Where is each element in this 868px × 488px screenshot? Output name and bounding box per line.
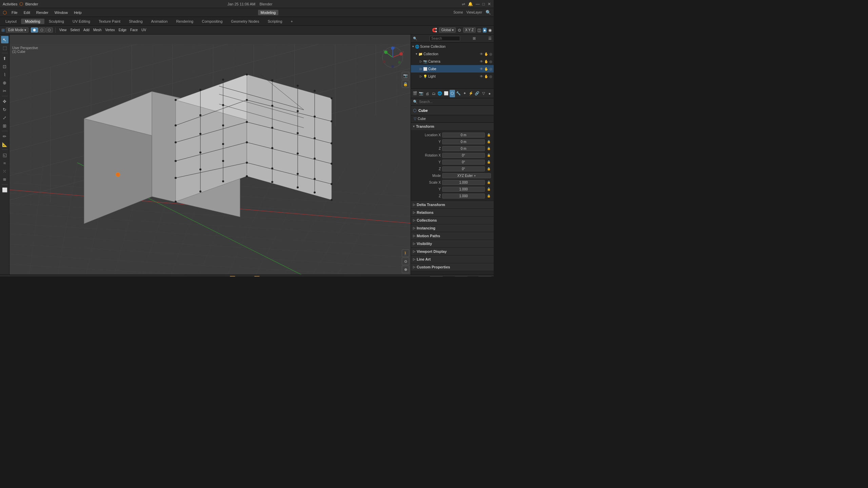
delta-transform-header[interactable]: ▷ Delta Transform: [411, 201, 494, 208]
tool-transform[interactable]: ⊞: [1, 122, 8, 129]
maximize-btn[interactable]: □: [482, 2, 485, 6]
prop-icon-particles[interactable]: ✦: [462, 90, 468, 97]
rotation-y-field[interactable]: 0°: [442, 160, 485, 165]
scale-x-field[interactable]: 1.000: [442, 180, 485, 185]
outliner-item-scene-collection[interactable]: ▾ 🌐 Scene Collection: [411, 43, 494, 50]
visibility-header[interactable]: ▷ Visibility: [411, 240, 494, 247]
location-y-field[interactable]: 0 m: [442, 139, 485, 144]
add-workspace-btn[interactable]: +: [287, 19, 297, 24]
tab-modeling[interactable]: Modeling: [21, 19, 44, 24]
overlay-btn[interactable]: X Y Z: [463, 27, 476, 33]
playback-start-btn[interactable]: ⏮: [223, 276, 228, 277]
view-menu[interactable]: View: [58, 28, 68, 32]
vertex-menu[interactable]: Vertex: [104, 28, 116, 32]
rotation-y-lock[interactable]: 🔒: [486, 160, 491, 164]
transform-pivot[interactable]: Global ▾: [439, 27, 456, 33]
tool-rotate[interactable]: ↻: [1, 106, 8, 113]
close-btn[interactable]: ✕: [488, 2, 491, 6]
tool-smooth[interactable]: ≈: [1, 159, 8, 167]
rotation-z-lock[interactable]: 🔒: [486, 166, 491, 171]
prop-icon-modifier[interactable]: 🔧: [456, 90, 461, 97]
viewport-display-header[interactable]: ▷ Viewport Display: [411, 248, 494, 255]
props-search-input[interactable]: [418, 100, 492, 104]
keying-menu[interactable]: Keying: [21, 277, 34, 277]
mode-select[interactable]: Edit Mode ▾: [6, 27, 28, 33]
3d-viewport[interactable]: User Perspective (1) Cube X Y Z: [9, 35, 411, 274]
rotation-x-field[interactable]: 0°: [442, 153, 485, 158]
cam-vis-select[interactable]: ✋: [484, 60, 488, 63]
prop-icon-scene[interactable]: 🎬: [412, 90, 418, 97]
add-menu[interactable]: Add: [82, 28, 91, 32]
rotation-mode-field[interactable]: XYZ Euler ▾: [442, 173, 491, 178]
location-x-lock[interactable]: 🔒: [486, 133, 491, 137]
scale-y-lock[interactable]: 🔒: [486, 187, 491, 191]
tool-select-box[interactable]: ⬚: [1, 44, 8, 52]
menu-window[interactable]: Window: [52, 10, 71, 15]
prop-icon-scene2[interactable]: 🌐: [437, 90, 442, 97]
tool-shear[interactable]: ◱: [1, 151, 8, 159]
scale-z-field[interactable]: 1.000: [442, 194, 485, 199]
vert-mode-btn[interactable]: ⬟: [31, 27, 38, 33]
prop-icon-material[interactable]: ●: [487, 90, 492, 97]
search-icon[interactable]: 🔍: [484, 10, 492, 15]
menu-edit[interactable]: Edit: [21, 10, 33, 15]
lock-view-btn[interactable]: 🔒: [402, 80, 409, 88]
location-z-field[interactable]: 0 m: [442, 146, 485, 151]
prop-icon-constraints[interactable]: 🔗: [474, 90, 480, 97]
prop-icon-object[interactable]: ⬡: [450, 90, 455, 97]
outliner-item-light[interactable]: ▷ 💡 Light 👁 ✋ ◎: [411, 73, 494, 80]
vis-select[interactable]: ✋: [484, 52, 488, 56]
tool-cursor[interactable]: ↖: [1, 36, 8, 43]
tab-layout[interactable]: Layout: [1, 19, 21, 24]
prop-icon-data[interactable]: ▽: [480, 90, 486, 97]
instancing-header[interactable]: ▷ Instancing: [411, 224, 494, 232]
location-z-lock[interactable]: 🔒: [486, 146, 491, 151]
playback-prev-keyframe[interactable]: ◀: [237, 276, 241, 277]
cube-vis-select[interactable]: ✋: [484, 67, 488, 71]
outliner-item-cube[interactable]: ▷ ⬜ Cube 👁 ✋ ◎: [411, 65, 494, 73]
workspace-modeling-tab[interactable]: Modeling: [258, 10, 279, 15]
light-vis-select[interactable]: ✋: [484, 75, 488, 78]
tab-shading[interactable]: Shading: [125, 19, 146, 24]
shading-wire[interactable]: ◫: [477, 28, 482, 33]
tool-measure[interactable]: 📐: [1, 141, 8, 148]
tab-compositing[interactable]: Compositing: [198, 19, 226, 24]
proportional-edit[interactable]: ⊙: [457, 28, 462, 33]
menu-help[interactable]: Help: [71, 10, 84, 15]
viewport-gizmo-btn[interactable]: ⊕: [402, 266, 409, 273]
outliner-options-icon[interactable]: ☰: [488, 36, 492, 41]
edge-menu[interactable]: Edge: [117, 28, 128, 32]
transform-header[interactable]: ▾ Transform: [411, 123, 494, 130]
scale-z-lock[interactable]: 🔒: [486, 194, 491, 198]
tool-loop-cut[interactable]: ⊕: [1, 79, 8, 86]
light-vis-render[interactable]: ◎: [489, 75, 492, 78]
vis-eye[interactable]: 👁: [480, 52, 483, 56]
location-y-lock[interactable]: 🔒: [486, 139, 491, 144]
tab-texture-paint[interactable]: Texture Paint: [95, 19, 124, 24]
tool-move[interactable]: ✥: [1, 98, 8, 105]
relations-header[interactable]: ▷ Relations: [411, 209, 494, 216]
cube-vis-eye[interactable]: 👁: [480, 67, 483, 71]
prop-icon-viewlayer[interactable]: 🗂: [431, 90, 436, 97]
face-mode-btn[interactable]: ⬡: [46, 27, 53, 33]
playback-play[interactable]: ▶: [243, 276, 246, 277]
outliner-filter-icon[interactable]: ⊞: [473, 36, 476, 41]
tool-inset[interactable]: ⊡: [1, 63, 8, 70]
playback-prev-frame[interactable]: ⏪: [230, 276, 235, 277]
shading-render[interactable]: ◉: [488, 28, 492, 33]
prop-icon-output[interactable]: 🖨: [425, 90, 430, 97]
mesh-menu[interactable]: Mesh: [92, 28, 103, 32]
tab-rendering[interactable]: Rendering: [172, 19, 197, 24]
activities-label[interactable]: Activities: [3, 2, 17, 6]
rotation-z-field[interactable]: 0°: [442, 166, 485, 171]
shading-solid[interactable]: ●: [483, 28, 487, 33]
tool-slide-relax[interactable]: ≋: [1, 176, 8, 183]
cam-vis-eye[interactable]: 👁: [480, 60, 483, 63]
prop-icon-render[interactable]: 📷: [418, 90, 424, 97]
tool-extrude[interactable]: ⬆: [1, 55, 8, 62]
view-tl-menu[interactable]: View: [35, 277, 45, 277]
rotation-x-lock[interactable]: 🔒: [486, 153, 491, 158]
walk-navigate-btn[interactable]: 🚶: [402, 249, 409, 257]
uv-menu[interactable]: UV: [140, 28, 147, 32]
tool-scale[interactable]: ⤢: [1, 114, 8, 121]
